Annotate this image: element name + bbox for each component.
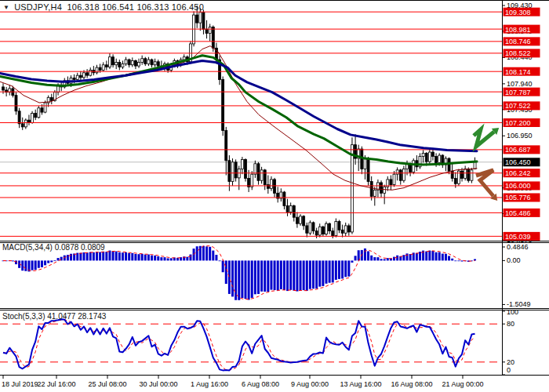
ma-line-ma-fast [0, 46, 477, 191]
macd-histogram-bar [332, 260, 334, 282]
time-tick-label[interactable]: 1 Aug 16:00 [191, 380, 228, 388]
macd-histogram-bar [419, 252, 421, 260]
macd-histogram-bar [231, 260, 234, 296]
macd-histogram-bar [131, 253, 133, 261]
chart-title: ▼USDJPY,H4 106.318 106.541 106.313 106.4… [3, 2, 204, 12]
candle-body [89, 70, 92, 75]
candle-body [402, 169, 405, 180]
candle-body [144, 59, 147, 64]
macd-histogram-bar [318, 260, 321, 286]
candle-body [451, 171, 453, 178]
candle-body [35, 113, 37, 117]
macd-histogram-bar [24, 260, 27, 270]
candle-body [251, 174, 253, 187]
time-tick-label[interactable]: 25 Jul 08:00 [88, 380, 126, 388]
candle-body [83, 73, 85, 78]
macd-histogram-bar [225, 260, 227, 284]
candle-body [147, 60, 150, 64]
candle-body [293, 205, 295, 217]
macd-histogram-bar [215, 255, 217, 260]
macd-histogram-bar [431, 251, 434, 260]
candle-body [154, 62, 156, 65]
macd-histogram-bar [99, 252, 101, 261]
macd-histogram-bar [222, 260, 224, 272]
macd-label: MACD(5,34,4) 0.0878 0.0809 [2, 243, 105, 252]
price-tick-label[interactable]: 107.940 [507, 80, 533, 88]
candle-body [329, 223, 331, 230]
level-price-label: 108.174 [505, 68, 531, 76]
candle-body [151, 60, 153, 65]
candle-body [225, 131, 227, 161]
chart-canvas[interactable]: 109.430108.940108.440107.940107.450106.9… [0, 1, 549, 392]
candle-body [105, 65, 107, 67]
time-tick-label[interactable]: 21 Aug 00:00 [442, 380, 483, 388]
macd-histogram-bar [96, 252, 98, 260]
macd-histogram-bar [115, 252, 118, 261]
chart-window: ▼USDJPY,H4 106.318 106.541 106.313 106.4… [0, 0, 549, 392]
candle-body [131, 60, 133, 64]
macd-histogram-bar [409, 254, 412, 260]
level-price-label: 105.776 [505, 194, 531, 201]
candle-body [303, 216, 305, 226]
candle-body [41, 108, 43, 112]
macd-histogram-bar [141, 254, 144, 261]
candle-body [380, 183, 383, 193]
zigzag-arrow-down[interactable] [476, 170, 493, 196]
macd-axis-label: -1.5049 [507, 300, 531, 308]
macd-axis-label: 0.00 [507, 256, 521, 264]
macd-histogram-bar [461, 260, 464, 261]
candle-body [31, 113, 34, 122]
macd-histogram-bar [235, 260, 237, 299]
time-tick-label[interactable]: 6 Aug 08:00 [242, 380, 279, 388]
macd-histogram-bar [451, 259, 453, 261]
macd-histogram-bar [138, 254, 140, 260]
macd-histogram-bar [264, 260, 266, 292]
candle-body [76, 75, 78, 79]
level-price-label: 106.000 [505, 182, 531, 190]
macd-histogram-bar [196, 246, 198, 260]
current-price-label: 106.450 [505, 158, 531, 166]
time-tick-label[interactable]: 16 Aug 08:00 [391, 380, 432, 388]
ohlc-values: 106.318 106.541 106.313 106.450 [67, 2, 204, 12]
macd-histogram-bar [457, 260, 460, 261]
macd-histogram-bar [44, 260, 46, 265]
time-tick-label[interactable]: 18 Jul 2019 [2, 380, 38, 388]
time-tick-label[interactable]: 13 Aug 16:00 [340, 380, 381, 388]
candle-body [270, 180, 272, 188]
candle-body [461, 171, 464, 178]
macd-histogram-bar [170, 258, 173, 260]
level-price-label: 109.308 [505, 9, 531, 16]
candle-body [264, 170, 266, 185]
macd-histogram-bar [205, 246, 208, 260]
candle-body [325, 223, 328, 234]
macd-histogram-bar [373, 257, 376, 260]
time-tick-label[interactable]: 9 Aug 00:00 [291, 380, 329, 388]
macd-histogram-bar [283, 260, 285, 290]
macd-histogram-bar [435, 252, 438, 261]
macd-histogram-bar [254, 260, 256, 294]
macd-histogram-bar [402, 255, 405, 260]
macd-histogram-bar [50, 260, 53, 262]
zigzag-arrow-up[interactable] [474, 129, 494, 147]
candle-body [315, 231, 318, 235]
candle-body [112, 57, 115, 65]
candle-body [73, 78, 75, 80]
candle-body [396, 170, 398, 174]
time-tick-label[interactable]: 22 Jul 16:00 [37, 380, 75, 388]
time-tick-label[interactable]: 30 Jul 00:00 [139, 380, 177, 388]
candle-body [196, 15, 198, 23]
candle-body [24, 120, 27, 127]
macd-histogram-bar [322, 260, 324, 286]
price-tick-label[interactable]: 106.950 [507, 132, 533, 140]
candle-body [44, 103, 46, 112]
candle-body [300, 216, 302, 223]
macd-histogram-bar [335, 260, 337, 280]
macd-histogram-bar [212, 251, 214, 261]
candle-body [384, 187, 386, 193]
macd-histogram-bar [393, 257, 395, 261]
candle-body [257, 164, 260, 180]
macd-histogram-bar [289, 260, 292, 289]
macd-histogram-bar [193, 249, 195, 260]
candle-body [435, 156, 438, 162]
symbol-dropdown-icon[interactable]: ▼ [3, 4, 9, 11]
